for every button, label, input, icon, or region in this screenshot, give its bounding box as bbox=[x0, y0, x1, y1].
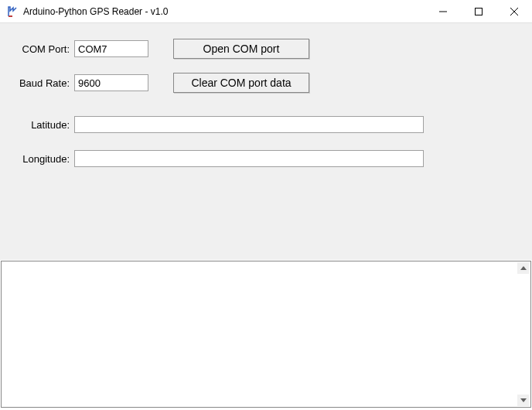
scroll-down-icon[interactable] bbox=[517, 395, 529, 406]
svg-rect-1 bbox=[476, 8, 483, 15]
com-port-input[interactable] bbox=[74, 40, 148, 57]
baud-rate-input[interactable] bbox=[74, 74, 148, 91]
baud-rate-row: Baud Rate: Clear COM port data bbox=[14, 73, 518, 93]
scroll-up-icon[interactable] bbox=[517, 262, 529, 274]
output-textarea[interactable] bbox=[1, 261, 531, 408]
longitude-row: Longitude: bbox=[14, 149, 518, 169]
longitude-input[interactable] bbox=[74, 150, 424, 167]
latitude-row: Latitude: bbox=[14, 114, 518, 135]
close-button[interactable] bbox=[496, 0, 532, 22]
main-panel: COM Port: Open COM port Baud Rate: Clear… bbox=[0, 23, 532, 260]
com-port-row: COM Port: Open COM port bbox=[14, 39, 518, 59]
minimize-button[interactable] bbox=[425, 0, 461, 22]
clear-com-button[interactable]: Clear COM port data bbox=[173, 73, 309, 93]
longitude-label: Longitude: bbox=[14, 153, 74, 165]
com-port-label: COM Port: bbox=[14, 43, 74, 55]
latitude-label: Latitude: bbox=[14, 119, 74, 131]
open-com-button[interactable]: Open COM port bbox=[173, 39, 309, 59]
latitude-input[interactable] bbox=[74, 116, 424, 133]
baud-rate-label: Baud Rate: bbox=[14, 77, 74, 89]
window-title: Arduino-Python GPS Reader - v1.0 bbox=[23, 6, 425, 17]
maximize-button[interactable] bbox=[461, 0, 496, 22]
titlebar: Arduino-Python GPS Reader - v1.0 bbox=[0, 0, 532, 23]
window-controls bbox=[425, 0, 532, 22]
app-icon bbox=[6, 5, 19, 18]
